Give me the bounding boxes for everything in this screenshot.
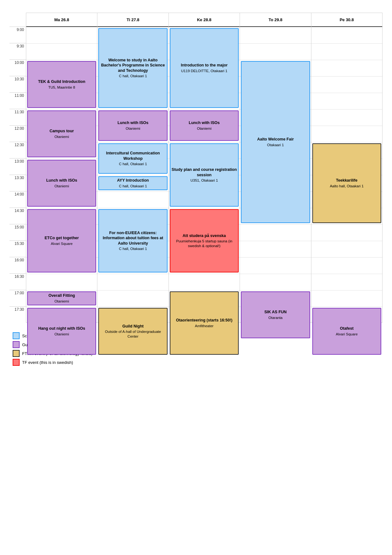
time-slot-900: 9:00 — [9, 27, 26, 43]
time-slot-1400: 14:00 — [9, 191, 26, 208]
legend-box-purple — [13, 341, 20, 348]
sik-as-fun: SIK AS FUNOtaranta — [241, 291, 310, 338]
aalto-welcome-sub: Otakaari 1 — [267, 143, 284, 147]
otafest: OtafestAlvari Square — [312, 308, 381, 355]
welcome-study-title: Welcome to study in Aalto Bachelor's Pro… — [100, 58, 165, 73]
otaorienteering: Otaorienteering (starts 16:50!)Amfitheat… — [170, 291, 239, 355]
welcome-study-sub: C hall, Otakaari 1 — [119, 74, 147, 78]
intro-major-sub: U119 DELOITTE, Otakaari 1 — [181, 69, 227, 73]
time-slot-1700: 17:00 — [9, 290, 26, 306]
lunch-isos-mon-title: Lunch with ISOs — [46, 178, 77, 183]
day-timeline-2: Introduction to the majorU119 DELOITTE, … — [169, 27, 240, 322]
guild-night: Guild NightOutside of A-hall of Undergra… — [98, 308, 167, 355]
time-slot-930: 9:30 — [9, 43, 26, 59]
legend-item-red: TF event (this is in swedish) — [13, 359, 383, 366]
time-slot-1030: 10:30 — [9, 76, 26, 92]
overall-fitting-sub: Otaniemi — [54, 299, 69, 304]
grid-wrapper: 9:009:3010:0010:3011:0011:3012:0012:3013… — [9, 13, 383, 323]
sik-as-fun-sub: Otaranta — [268, 315, 283, 320]
study-plan-sub: U351, Otakaari 1 — [191, 178, 218, 183]
time-slot-1430: 14:30 — [9, 208, 26, 224]
intro-major-title: Introduction to the major — [181, 63, 228, 68]
time-slot-1200: 12:00 — [9, 125, 26, 142]
welcome-study: Welcome to study in Aalto Bachelor's Pro… — [98, 28, 167, 108]
intercultural: Intercultural Communication WorkshopC ha… — [98, 143, 167, 174]
schedule-container: 9:009:3010:0010:3011:0011:3012:0012:3013… — [9, 13, 383, 366]
guild-night-title: Guild Night — [122, 324, 144, 329]
lunch-isos-mon: Lunch with ISOsOtaniemi — [27, 160, 96, 207]
time-slot-1500: 15:00 — [9, 224, 26, 240]
teekkarilife-title: Teekkarilife — [336, 178, 358, 183]
tek-guild: TEK & Guild IntroductionTU5, Maarintie 8 — [27, 61, 96, 108]
day-header-0: Ma 26.8 — [26, 13, 97, 27]
day-header-3: To 29.8 — [240, 13, 311, 27]
sik-as-fun-title: SIK AS FUN — [264, 309, 286, 315]
time-slot-1130: 11:30 — [9, 109, 26, 125]
etco-sub: Alvari Square — [51, 241, 73, 246]
time-slot-1300: 13:00 — [9, 158, 26, 175]
day-timeline-4: TeekkarilifeAalto hall, Otaakari 1Otafes… — [311, 27, 382, 322]
day-col-1: Ti 27.8Welcome to study in Aalto Bachelo… — [97, 13, 168, 322]
campus-tour-sub: Otaniemi — [54, 134, 69, 139]
campus-tour: Campus tourOtaniemi — [27, 110, 96, 157]
att-studera-title: Att studera på svenska — [183, 233, 226, 238]
day-header-1: Ti 27.8 — [97, 13, 168, 27]
non-eu: For non-EU/EEA citizens: Information abo… — [98, 209, 167, 272]
att-studera-sub: Puumiehenkuja 5 startup sauna (in swedis… — [172, 239, 237, 248]
etco: ETCo get togetherAlvari Square — [27, 209, 96, 272]
time-slot-1230: 12:30 — [9, 142, 26, 158]
non-eu-title: For non-EU/EEA citizens: Information abo… — [100, 230, 165, 246]
day-col-0: Ma 26.8TEK & Guild IntroductionTU5, Maar… — [26, 13, 97, 322]
aalto-welcome-title: Aalto Welcome Fair — [257, 137, 294, 142]
lunch-isos-mon-sub: Otaniemi — [54, 184, 69, 189]
att-studera: Att studera på svenskaPuumiehenkuja 5 st… — [170, 209, 239, 272]
day-timeline-1: Welcome to study in Aalto Bachelor's Pro… — [97, 27, 168, 322]
study-plan: Study plan and course registration sessi… — [170, 143, 239, 207]
intercultural-sub: C hall, Otakaari 1 — [119, 162, 147, 166]
day-col-4: Pe 30.8TeekkarilifeAalto hall, Otaakari … — [311, 13, 382, 322]
time-column: 9:009:3010:0010:3011:0011:3012:0012:3013… — [9, 13, 26, 323]
overall-fitting-title: Overall Fitting — [48, 293, 75, 298]
lunch-isos-tue: Lunch with ISOsOtaniemi — [98, 110, 167, 141]
ayy-intro-sub: C hall, Otakaari 1 — [119, 184, 147, 189]
lunch-isos-tue-title: Lunch with ISOs — [118, 120, 149, 125]
campus-tour-title: Campus tour — [50, 128, 74, 134]
hangout-night-title: Hang out night with ISOs — [38, 326, 85, 331]
day-col-2: Ke 28.8Introduction to the majorU119 DEL… — [168, 13, 240, 322]
intro-major: Introduction to the majorU119 DELOITTE, … — [170, 28, 239, 108]
teekkarilife: TeekkarilifeAalto hall, Otaakari 1 — [312, 143, 381, 223]
lunch-isos-tue-sub: Otaniemi — [126, 126, 140, 131]
otaorienteering-title: Otaorienteering (starts 16:50!) — [176, 318, 233, 323]
time-slot-1330: 13:30 — [9, 175, 26, 191]
guild-night-sub: Outside of A-hall of Undergraduate Cente… — [100, 329, 165, 339]
lunch-isos-wed-sub: Otaniemi — [197, 126, 211, 131]
time-slot-1730: 17:30 — [9, 306, 26, 323]
day-timeline-0: TEK & Guild IntroductionTU5, Maarintie 8… — [26, 27, 97, 322]
tek-guild-sub: TU5, Maarintie 8 — [48, 85, 75, 90]
time-header — [9, 13, 26, 27]
time-slot-1530: 15:30 — [9, 240, 26, 257]
study-plan-title: Study plan and course registration sessi… — [172, 167, 237, 178]
tek-guild-title: TEK & Guild Introduction — [38, 79, 85, 84]
hangout-night-sub: Otaniemi — [54, 332, 69, 337]
ayy-intro: AYY IntroductionC hall, Otakaari 1 — [98, 176, 167, 190]
overall-fitting: Overall FittingOtaniemi — [27, 291, 96, 305]
day-header-4: Pe 30.8 — [311, 13, 382, 27]
day-timeline-3: Aalto Welcome FairOtakaari 1SIK AS FUNOt… — [240, 27, 311, 322]
etco-title: ETCo get together — [45, 235, 79, 240]
otafest-sub: Alvari Square — [336, 332, 358, 337]
legend-box-blue — [13, 332, 20, 339]
day-col-3: To 29.8Aalto Welcome FairOtakaari 1SIK A… — [240, 13, 311, 322]
lunch-isos-wed-title: Lunch with ISOs — [189, 120, 220, 125]
time-slot-1600: 16:00 — [9, 257, 26, 273]
legend-label-red: TF event (this is in swedish) — [22, 360, 73, 365]
day-header-2: Ke 28.8 — [169, 13, 240, 27]
lunch-isos-wed: Lunch with ISOsOtaniemi — [170, 110, 239, 141]
legend-box-gold — [13, 350, 20, 357]
aalto-welcome: Aalto Welcome FairOtakaari 1 — [241, 61, 310, 223]
time-slot-1100: 11:00 — [9, 92, 26, 109]
non-eu-sub: C hall, Otakaari 1 — [119, 246, 147, 251]
otafest-title: Otafest — [340, 326, 353, 331]
time-slot-1000: 10:00 — [9, 59, 26, 76]
time-slot-1630: 16:30 — [9, 273, 26, 290]
